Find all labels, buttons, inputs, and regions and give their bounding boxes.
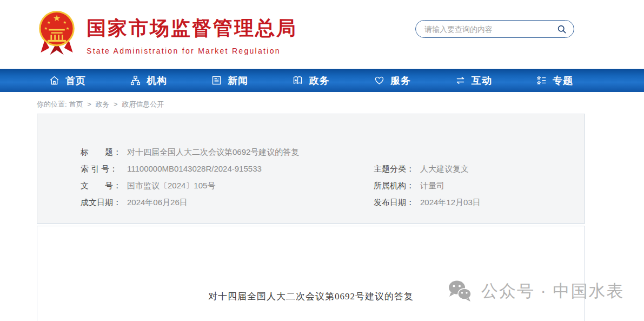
nav-label: 首页 bbox=[65, 74, 86, 87]
nav-item-news[interactable]: 新闻 bbox=[211, 74, 248, 87]
meta-field-topic: 主题分类： 人大建议复文 bbox=[374, 160, 469, 177]
nav-label: 专题 bbox=[553, 74, 573, 87]
breadcrumb-separator: > bbox=[114, 100, 118, 108]
page: { "header": { "site_title": "国家市场监督管理总局"… bbox=[0, 0, 644, 321]
nav-item-interact[interactable]: 互动 bbox=[455, 74, 492, 87]
breadcrumb-separator: > bbox=[87, 100, 91, 108]
meta-value-topic: 人大建议复文 bbox=[420, 160, 469, 177]
svg-text:★: ★ bbox=[44, 26, 48, 31]
search-box bbox=[415, 20, 574, 38]
breadcrumb-gov[interactable]: 政务 bbox=[95, 100, 109, 108]
search-button[interactable] bbox=[555, 23, 568, 36]
meta-field-title: 标 题： 对十四届全国人大二次会议第0692号建议的答复 bbox=[81, 143, 299, 160]
meta-row-title: 标 题： 对十四届全国人大二次会议第0692号建议的答复 bbox=[81, 143, 585, 160]
search-input[interactable] bbox=[424, 25, 555, 34]
nav-item-service[interactable]: 服务 bbox=[374, 74, 411, 87]
meta-label-index-no: 索 引 号： bbox=[81, 160, 127, 177]
svg-text:★: ★ bbox=[63, 20, 67, 25]
main-nav-inner: 首页 机构 新闻 政务 bbox=[37, 69, 585, 92]
nav-label: 新闻 bbox=[228, 74, 248, 87]
org-chart-icon bbox=[130, 75, 141, 86]
meta-value-written-date: 2024年06月26日 bbox=[127, 194, 188, 211]
meta-value-org: 计量司 bbox=[420, 177, 444, 194]
meta-value-doc-no: 国市监议〔2024〕105号 bbox=[127, 177, 215, 194]
meta-label-org: 所属机构： bbox=[374, 177, 420, 194]
nav-label: 政务 bbox=[309, 74, 329, 87]
meta-field-publish-date: 发布日期： 2024年12月03日 bbox=[374, 194, 481, 211]
newspaper-icon bbox=[211, 75, 222, 86]
nav-item-home[interactable]: 首页 bbox=[49, 74, 86, 87]
meta-label-publish-date: 发布日期： bbox=[374, 194, 420, 211]
main-nav: 首页 机构 新闻 政务 bbox=[0, 69, 644, 92]
meta-label-title: 标 题： bbox=[81, 143, 127, 160]
svg-text:★: ★ bbox=[53, 14, 61, 23]
meta-label-written-date: 成文日期： bbox=[81, 194, 127, 211]
search-icon bbox=[556, 24, 567, 35]
wechat-icon bbox=[447, 279, 474, 303]
meta-row-docno: 文 号： 国市监议〔2024〕105号 所属机构： 计量司 bbox=[81, 177, 585, 194]
meta-row-dates: 成文日期： 2024年06月26日 发布日期： 2024年12月03日 bbox=[81, 194, 585, 211]
heart-icon bbox=[374, 75, 385, 86]
nav-label: 互动 bbox=[472, 74, 492, 87]
document-content-box: 对十四届全国人大二次会议第0692号建议的答复 bbox=[37, 226, 585, 321]
site-title-block: 国家市场监督管理总局 State Administration for Mark… bbox=[87, 15, 297, 55]
home-icon bbox=[49, 75, 60, 86]
meta-value-index-no: 11100000MB0143028R/2024-915533 bbox=[127, 160, 262, 177]
star-list-icon bbox=[536, 75, 547, 86]
breadcrumb-prefix: 你的位置: bbox=[37, 100, 67, 108]
gov-book-star-icon bbox=[292, 75, 303, 86]
site-header: ★ ★ ★ ★ ★ 国家市场监督管理总局 State Administratio… bbox=[0, 0, 644, 69]
watermark-text: 公众号 · 中国水表 bbox=[481, 280, 625, 303]
breadcrumb-home[interactable]: 首页 bbox=[69, 100, 83, 108]
exchange-arrows-icon bbox=[455, 75, 466, 86]
svg-text:★: ★ bbox=[66, 26, 70, 31]
nav-item-org[interactable]: 机构 bbox=[130, 74, 167, 87]
nav-item-gov[interactable]: 政务 bbox=[292, 74, 329, 87]
document-metadata-box: 标 题： 对十四届全国人大二次会议第0692号建议的答复 索 引 号： 1110… bbox=[37, 114, 585, 224]
svg-text:★: ★ bbox=[47, 20, 51, 25]
site-title: 国家市场监督管理总局 bbox=[87, 15, 297, 42]
nav-item-special[interactable]: 专题 bbox=[536, 74, 573, 87]
breadcrumb: 你的位置:首页 > 政务 > 政府信息公开 bbox=[37, 100, 166, 109]
meta-row-index: 索 引 号： 11100000MB0143028R/2024-915533 主题… bbox=[81, 160, 585, 177]
nav-label: 机构 bbox=[147, 74, 167, 87]
meta-value-publish-date: 2024年12月03日 bbox=[420, 194, 481, 211]
site-subtitle: State Administration for Market Regulati… bbox=[87, 47, 297, 55]
national-emblem-logo: ★ ★ ★ ★ ★ bbox=[37, 8, 77, 56]
meta-field-org: 所属机构： 计量司 bbox=[374, 177, 444, 194]
meta-label-doc-no: 文 号： bbox=[81, 177, 127, 194]
breadcrumb-info-disclosure[interactable]: 政府信息公开 bbox=[122, 100, 164, 108]
meta-field-index-no: 索 引 号： 11100000MB0143028R/2024-915533 bbox=[81, 160, 374, 177]
watermark: 公众号 · 中国水表 bbox=[447, 279, 625, 303]
meta-field-written-date: 成文日期： 2024年06月26日 bbox=[81, 194, 374, 211]
nav-label: 服务 bbox=[390, 74, 411, 87]
meta-field-doc-no: 文 号： 国市监议〔2024〕105号 bbox=[81, 177, 374, 194]
meta-label-topic: 主题分类： bbox=[374, 160, 420, 177]
meta-value-title: 对十四届全国人大二次会议第0692号建议的答复 bbox=[127, 143, 299, 160]
